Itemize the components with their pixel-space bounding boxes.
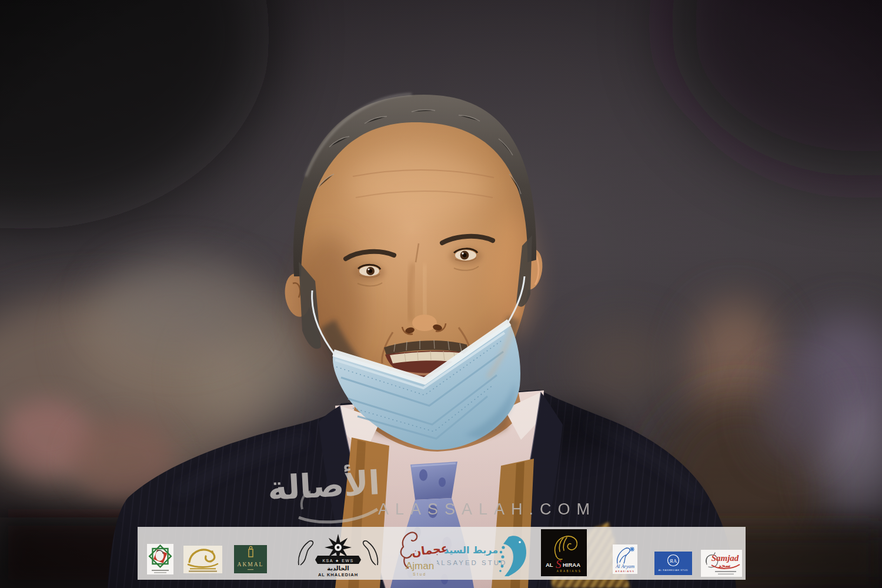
svg-text:Stud: Stud (413, 572, 426, 576)
svg-text:ALSAYED STUD: ALSAYED STUD (437, 559, 507, 566)
svg-text:AL KHALEDIAH: AL KHALEDIAH (318, 572, 358, 577)
akmal-logo: AKMAL (234, 545, 267, 573)
sponsor-logo-strip: AKMAL KSA ★ EWS الخالدية AL KHALEDIAH (138, 527, 746, 580)
sponsor-logo-al-shiraa-arabians: AL S HIRAA ARABIANS (541, 529, 587, 576)
svg-text:HIRAA: HIRAA (563, 562, 580, 568)
svg-text:Al Aryam: Al Aryam (615, 563, 634, 569)
sponsor-logo-al-rashediah-stud: R A AL RASHEDIAH STUD (654, 552, 692, 575)
svg-text:KSA ★ EWS: KSA ★ EWS (322, 559, 353, 563)
sponsor-logo-alsayed-stud: مربط السيد ALSAYED STUD (437, 532, 532, 577)
svg-text:S: S (556, 558, 562, 570)
svg-text:ARABIANS: ARABIANS (615, 570, 634, 573)
sponsor-logo-dubai-arabian-horse-stud (183, 546, 222, 573)
svg-text:AL: AL (546, 562, 553, 568)
svg-text:Samjad: Samjad (711, 553, 739, 563)
svg-text:سجد: سجد (719, 563, 731, 569)
sponsor-logo-akmal: AKMAL (234, 545, 267, 573)
sponsor-logo-al-khalediah: KSA ★ EWS الخالدية AL KHALEDIAH (294, 532, 382, 578)
samjad-logo: Samjad سجد (701, 550, 742, 577)
alsayed-stud-logo: مربط السيد ALSAYED STUD (437, 532, 532, 577)
svg-text:مربط السيد: مربط السيد (444, 544, 498, 556)
sponsor-logo-emirates-arabian-horse-society (147, 544, 173, 574)
svg-text:A: A (673, 558, 677, 564)
sponsor-logo-al-aryam-arabians: Al Aryam ARABIANS (613, 544, 637, 574)
al-aryam-arabians-logo: Al Aryam ARABIANS (613, 544, 637, 574)
al-rashediah-stud-logo: R A AL RASHEDIAH STUD (654, 552, 692, 575)
svg-text:AL RASHEDIAH STUD: AL RASHEDIAH STUD (659, 569, 688, 572)
svg-text:Ajman: Ajman (406, 560, 434, 572)
portrait-photo-illustration (0, 0, 882, 588)
svg-text:ARABIANS: ARABIANS (557, 570, 582, 573)
watermark-site-text: ALASSALAH.COM (378, 500, 596, 519)
al-shiraa-arabians-logo: AL S HIRAA ARABIANS (541, 529, 587, 576)
svg-text:AKMAL: AKMAL (238, 562, 264, 567)
event-portrait-photo: الأصالة ALASSALAH.COM (0, 0, 882, 588)
dubai-arabian-horse-stud-calligraphy (183, 546, 222, 573)
svg-text:الخالدية: الخالدية (327, 565, 349, 572)
sponsor-logo-samjad: Samjad سجد (701, 550, 742, 577)
svg-text:R: R (669, 558, 673, 564)
emirates-arabian-horse-society-emblem (147, 544, 173, 574)
al-khalediah-logo: KSA ★ EWS الخالدية AL KHALEDIAH (294, 532, 382, 578)
